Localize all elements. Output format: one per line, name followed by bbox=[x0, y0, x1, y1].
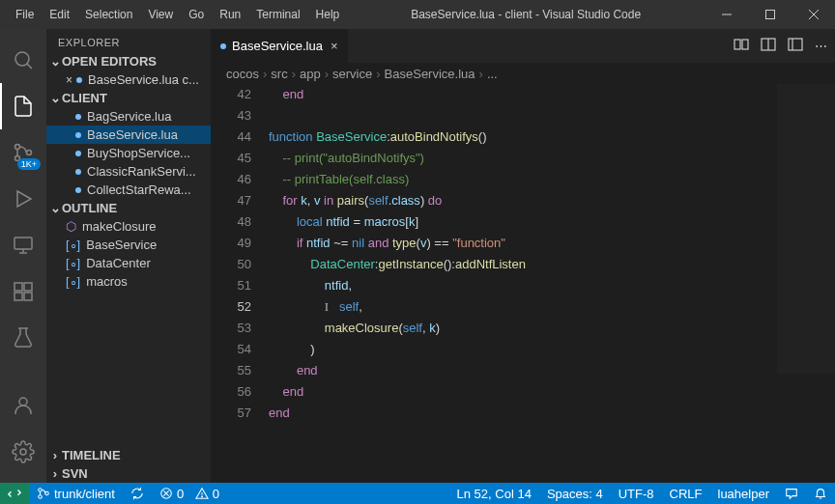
file-icon bbox=[75, 151, 81, 156]
timeline-header[interactable]: ›TIMELINE bbox=[46, 446, 211, 464]
code-content[interactable]: end function BaseService:autoBindNotifys… bbox=[269, 84, 835, 483]
testing-icon[interactable] bbox=[0, 315, 46, 361]
breadcrumb-item[interactable]: app bbox=[300, 67, 321, 81]
outline-item[interactable]: [∘]macros bbox=[46, 272, 211, 291]
source-control-icon[interactable]: 1K+ bbox=[0, 129, 46, 176]
text-cursor: I bbox=[325, 299, 329, 314]
svg-point-18 bbox=[19, 398, 27, 406]
chevron-right-icon: › bbox=[50, 448, 60, 462]
chevron-right-icon: › bbox=[376, 67, 380, 81]
open-editors-header[interactable]: ⌄OPEN EDITORS bbox=[46, 52, 211, 70]
file-item[interactable]: CollectStarRewa... bbox=[46, 181, 211, 199]
minimize-button[interactable] bbox=[705, 0, 748, 29]
file-icon bbox=[75, 187, 81, 193]
symbol-icon: ⬡ bbox=[66, 219, 76, 234]
chevron-right-icon: › bbox=[292, 67, 296, 81]
extensions-icon[interactable] bbox=[0, 268, 46, 315]
svn-header[interactable]: ›SVN bbox=[46, 464, 211, 483]
code-editor[interactable]: 42434445464748495051525354555657 end fun… bbox=[211, 84, 835, 483]
file-item[interactable]: BagService.lua bbox=[46, 107, 211, 126]
close-icon[interactable]: × bbox=[66, 73, 72, 87]
encoding-status[interactable]: UTF-8 bbox=[611, 483, 662, 504]
svg-rect-13 bbox=[14, 283, 22, 291]
chevron-right-icon: › bbox=[479, 67, 483, 81]
menu-help[interactable]: Help bbox=[308, 4, 348, 25]
file-icon bbox=[75, 132, 81, 138]
svg-rect-10 bbox=[14, 238, 32, 249]
menu-terminal[interactable]: Terminal bbox=[248, 4, 307, 25]
chevron-right-icon: › bbox=[263, 67, 267, 81]
tab-bar: BaseService.lua × ⋯ bbox=[211, 29, 835, 63]
svg-line-5 bbox=[27, 64, 32, 69]
eol-status[interactable]: CRLF bbox=[662, 483, 710, 504]
remote-explorer-icon[interactable] bbox=[0, 222, 46, 268]
svg-rect-15 bbox=[14, 293, 22, 300]
menu-go[interactable]: Go bbox=[181, 4, 212, 25]
editor-actions: ⋯ bbox=[734, 29, 835, 63]
layout-icon[interactable] bbox=[788, 37, 803, 55]
menu-run[interactable]: Run bbox=[212, 4, 248, 25]
menu-edit[interactable]: Edit bbox=[42, 4, 77, 25]
outline-item[interactable]: [∘]DataCenter bbox=[46, 254, 211, 272]
file-icon bbox=[220, 43, 226, 49]
symbol-icon: [∘] bbox=[66, 274, 80, 289]
file-icon bbox=[75, 169, 81, 175]
outline-item[interactable]: ⬡makeClosure bbox=[46, 217, 211, 236]
menu-selection[interactable]: Selection bbox=[77, 4, 140, 25]
menu-view[interactable]: View bbox=[140, 4, 181, 25]
bell-icon[interactable] bbox=[806, 483, 835, 504]
editor-area: BaseService.lua × ⋯ cocos›src›app›servic… bbox=[211, 29, 835, 483]
main-area: 1K+ EXPLORER ⌄OPEN EDITORS ×BaseService.… bbox=[0, 29, 835, 483]
breadcrumb-item[interactable]: src bbox=[271, 67, 287, 81]
menu-file[interactable]: File bbox=[8, 4, 42, 25]
outline-header[interactable]: ⌄OUTLINE bbox=[46, 199, 211, 217]
sidebar: EXPLORER ⌄OPEN EDITORS ×BaseService.lua … bbox=[46, 29, 211, 483]
gutter: 42434445464748495051525354555657 bbox=[211, 84, 269, 483]
svg-point-19 bbox=[20, 449, 26, 455]
file-icon bbox=[75, 114, 81, 120]
search-icon[interactable] bbox=[0, 37, 46, 83]
svg-rect-20 bbox=[734, 40, 740, 49]
language-status[interactable]: luahelper bbox=[710, 483, 778, 504]
minimap[interactable] bbox=[777, 84, 835, 374]
settings-gear-icon[interactable] bbox=[0, 429, 46, 475]
menu-bar: FileEditSelectionViewGoRunTerminalHelp bbox=[0, 4, 347, 25]
svg-point-28 bbox=[45, 491, 49, 495]
breadcrumb-item[interactable]: BaseService.lua bbox=[385, 67, 475, 81]
open-editor-item[interactable]: ×BaseService.lua c... bbox=[46, 70, 211, 89]
accounts-icon[interactable] bbox=[0, 382, 46, 429]
remote-indicator[interactable] bbox=[0, 483, 29, 504]
split-icon[interactable] bbox=[761, 37, 776, 55]
indent-status[interactable]: Spaces: 4 bbox=[539, 483, 611, 504]
symbol-icon: [∘] bbox=[66, 238, 80, 252]
breadcrumb-item[interactable]: ... bbox=[487, 67, 498, 81]
breadcrumb-item[interactable]: cocos bbox=[226, 67, 259, 81]
client-header[interactable]: ⌄CLIENT bbox=[46, 89, 211, 107]
breadcrumb[interactable]: cocos›src›app›service›BaseService.lua›..… bbox=[211, 63, 835, 84]
feedback-icon[interactable] bbox=[777, 483, 806, 504]
svg-rect-14 bbox=[24, 283, 32, 291]
sync-status[interactable] bbox=[123, 483, 152, 504]
compare-icon[interactable] bbox=[734, 37, 749, 55]
explorer-icon[interactable] bbox=[0, 83, 46, 129]
sidebar-title: EXPLORER bbox=[46, 29, 211, 52]
close-button[interactable] bbox=[792, 0, 835, 29]
tab-baseservice[interactable]: BaseService.lua × bbox=[211, 29, 349, 63]
svg-rect-21 bbox=[742, 40, 748, 49]
file-item[interactable]: BaseService.lua bbox=[46, 126, 211, 144]
svg-rect-1 bbox=[765, 11, 774, 19]
breadcrumb-item[interactable]: service bbox=[332, 67, 372, 81]
file-item[interactable]: ClassicRankServi... bbox=[46, 162, 211, 181]
more-icon[interactable]: ⋯ bbox=[815, 39, 827, 53]
activity-bar: 1K+ bbox=[0, 29, 46, 483]
branch-status[interactable]: trunk/client bbox=[29, 483, 123, 504]
outline-item[interactable]: [∘]BaseService bbox=[46, 236, 211, 254]
close-icon[interactable]: × bbox=[331, 39, 338, 53]
chevron-right-icon: › bbox=[325, 67, 329, 81]
maximize-button[interactable] bbox=[748, 0, 792, 29]
cursor-position[interactable]: Ln 52, Col 14 bbox=[449, 483, 539, 504]
errors-status[interactable]: 0 0 bbox=[152, 483, 227, 504]
run-debug-icon[interactable] bbox=[0, 176, 46, 222]
file-icon bbox=[76, 77, 82, 83]
file-item[interactable]: BuyShopService... bbox=[46, 144, 211, 162]
